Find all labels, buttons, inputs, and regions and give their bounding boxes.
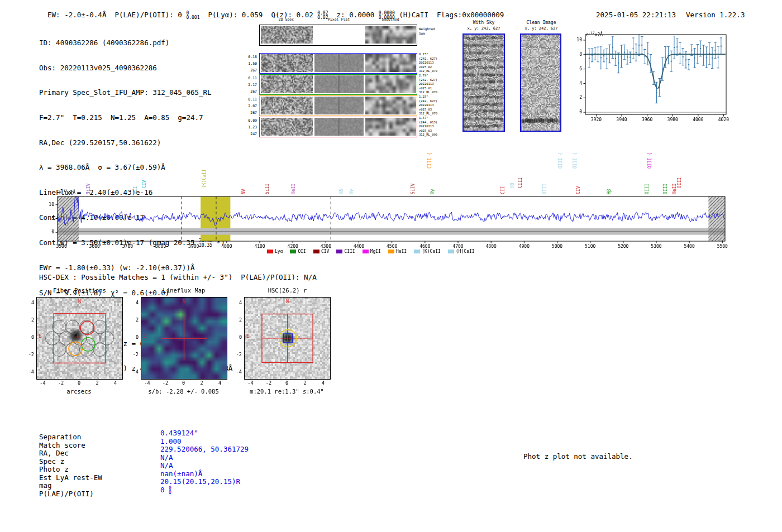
pixel-flat-canvas: [314, 54, 364, 72]
spectral-line-label: OII: [133, 186, 138, 194]
match-value-text: 1.000: [160, 437, 182, 445]
legend-item: CIII: [336, 249, 355, 254]
header-datetime-version: 2025-01-05 22:21:13Version 1.22.3: [588, 2, 745, 19]
x-tick-label: -4: [244, 380, 256, 386]
spec-2d-canvas: [261, 118, 313, 136]
spectrum-ylabel: e-17x2Å: [59, 189, 75, 195]
panel-title: Lineflux Map: [141, 287, 227, 294]
col-header-pixel-flat: Pixel Flat: [314, 17, 364, 22]
panel-title: Fiber Positions: [36, 287, 123, 294]
match-row-value: 20.15(20.15,20.15)R: [160, 477, 240, 486]
match-value-error-stack: 00: [169, 486, 171, 495]
legend-swatch: [313, 250, 320, 253]
y-tick-label: 2: [22, 317, 34, 323]
x-tick-label: -2: [263, 380, 275, 386]
spectral-line-label: SiII: [265, 184, 270, 194]
y-tick-label: 4: [230, 300, 242, 305]
info-seeing: F=2.7" T=0.215 N=1.25 A=0.85 g=24.7: [39, 114, 232, 122]
clean-image-panel: Clean Image x, y: 242, 627: [519, 20, 564, 137]
weighted-sum-label: Weighted Sum: [419, 27, 440, 35]
spectral-line-label: SiIV: [411, 184, 416, 194]
lineflux-map-plot: N E: [141, 297, 227, 380]
east-label: E: [39, 333, 41, 339]
east-label: E: [246, 333, 249, 339]
with-sky-xy: x, y: 242, 627: [461, 26, 506, 31]
y-tick-label: -2: [127, 352, 139, 357]
spec-2d-row-stats: 0.112.07267: [240, 96, 257, 116]
north-label: N: [37, 299, 122, 304]
spectral-line-label: CIV: [576, 186, 581, 194]
spec-2d-row-meta: 1.25"(242, 627)20220113v025_03312_RL_070: [419, 95, 444, 116]
east-label: E: [143, 333, 146, 339]
weighted-2d-spec-canvas: [261, 26, 313, 44]
y-tick-label: 0: [127, 334, 139, 340]
legend-swatch: [448, 250, 454, 253]
spectral-line-label: Hγ: [349, 189, 354, 194]
x-axis-label: m:20.1 re:1.3" s:0.4": [244, 388, 330, 395]
match-value-text: nan(±nan)Å: [160, 469, 202, 478]
legend-swatch: [414, 250, 420, 253]
header-ew: EW: -2.0±-0.4Å P(LAE)/P(OII): 0: [47, 11, 186, 19]
north-label: N: [245, 299, 330, 304]
match-row-value: N/A: [160, 453, 173, 462]
x-tick-label: 2: [91, 380, 103, 386]
col-header-smoothed: Smoothed: [365, 17, 416, 22]
col-header-2d-spec: 2D Spec: [260, 17, 313, 22]
smoothed-canvas: [365, 54, 416, 72]
clean-image-canvas: [521, 35, 560, 131]
y-tick-label: -2: [230, 352, 242, 357]
match-value-text: N/A: [160, 453, 173, 462]
spectral-line-label: OIII {: [647, 152, 652, 169]
spectral-line-legend: LyαOIICIVCIIIMgIIHeII(K)CaII(H)CaII: [267, 249, 475, 254]
match-row-label: Separation: [39, 433, 81, 441]
spectral-line-label: SiIV: [86, 184, 91, 194]
fiber-positions-panel: Fiber Positions N E arcsecs -4-4-2-20022…: [22, 286, 134, 397]
spectral-line-label: H8: [510, 183, 515, 188]
info-ewr: EWr = -1.80(±0.33) (w: -2.10(±0.37))Å: [39, 264, 232, 272]
spectral-line-label: OIII {: [558, 152, 563, 169]
x-tick-label: 4: [214, 380, 226, 386]
ylabel-suffix: x2Å: [68, 190, 75, 195]
legend-item: OII: [290, 249, 306, 254]
match-row-value: nan(±nan)Å: [160, 469, 202, 478]
report-datetime: 2025-01-05 22:21:13: [596, 11, 676, 19]
hsc-cutout-panel: HSC(26.2) r N E m:20.1 re:1.3" s:0.4" -4…: [230, 286, 342, 397]
match-row-value: 229.520066, 50.361729: [160, 445, 249, 453]
x-tick-label: 0: [73, 380, 85, 386]
spectral-line-label: CIII {: [427, 152, 432, 169]
report-version: Version 1.22.3: [686, 11, 745, 19]
spec-2d-canvas: [261, 75, 313, 93]
legend-item: (K)CaII: [414, 249, 441, 254]
y-tick-label: 2: [127, 317, 139, 323]
fiber-positions-canvas: [37, 298, 122, 379]
match-row-label: Photo z: [39, 465, 69, 473]
with-sky-canvas: [464, 35, 504, 131]
match-row-label: mag: [39, 481, 52, 490]
weighted-smoothed-canvas: [365, 26, 416, 44]
match-row-label: Spec z: [39, 457, 64, 466]
legend-item: MgII: [363, 249, 381, 254]
smoothed-canvas: [365, 118, 416, 136]
phot-z-note: Phot z plot not available.: [523, 452, 633, 461]
legend-item: Lyα: [267, 249, 283, 254]
x-tick-label: 4: [317, 380, 330, 386]
match-row-label: P(LAE)/P(OII): [39, 490, 94, 498]
y-tick-label: 4: [22, 300, 34, 305]
panel-title: HSC(26.2) r: [244, 287, 331, 294]
spec-2d-row-stats: 0.112.17267: [240, 75, 257, 95]
match-row-value: 0.439124": [160, 429, 198, 437]
y-tick-label: 4: [127, 300, 139, 305]
y-tick-label: -4: [230, 369, 242, 375]
ylabel-sup: -17: [589, 31, 595, 35]
full-spectrum-canvas: [49, 190, 732, 258]
hsc-dex-summary: HSC-DEX : Possible Matches = 1 (within +…: [39, 273, 317, 281]
y-tick-label: 0: [22, 334, 34, 340]
pixel-flat-canvas: [314, 97, 364, 114]
y-tick-label: -2: [22, 352, 34, 357]
spec-2d-row-meta: 2.79"(242, 627)20220113v025_01312_RL_070: [419, 74, 444, 95]
legend-label: CIV: [321, 249, 329, 254]
match-value-text: N/A: [160, 461, 173, 469]
smoothed-canvas: [365, 97, 416, 114]
with-sky-panel: With Sky x, y: 242, 627: [461, 20, 506, 137]
ylabel-sup: -17: [61, 189, 68, 193]
